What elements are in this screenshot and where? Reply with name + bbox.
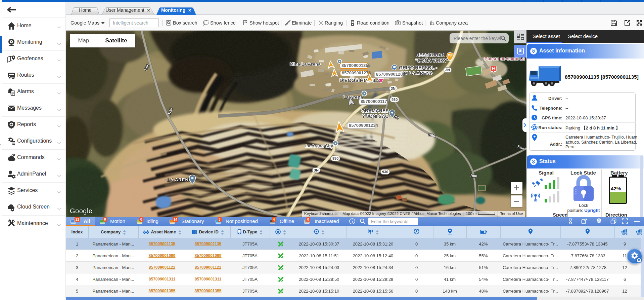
svg-text:GPS: GPS [622,232,628,235]
svg-text:GPS: GPS [637,232,642,235]
